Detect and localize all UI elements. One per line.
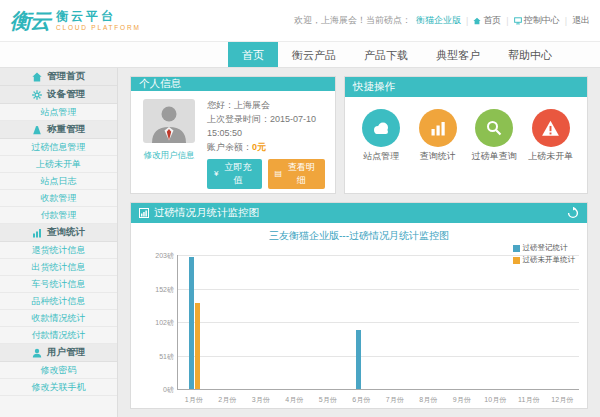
welcome-text: 欢迎，上海展会！当前磅点： xyxy=(294,14,411,27)
sidebar-item[interactable]: 品种统计信息 xyxy=(0,293,117,310)
app-window: 衡云 衡云平台 CLOUD PLATFORM 欢迎，上海展会！当前磅点： 衡猫企… xyxy=(0,0,600,417)
sidebar-section-label: 管理首页 xyxy=(47,70,85,83)
quick-action-circle xyxy=(475,109,513,147)
quick-action[interactable]: 站点管理 xyxy=(354,109,408,162)
chart-bar-group xyxy=(211,255,244,389)
sidebar-section-header[interactable]: 查询统计 xyxy=(0,224,117,242)
sidebar-item[interactable]: 车号统计信息 xyxy=(0,276,117,293)
nav-tab[interactable]: 首页 xyxy=(228,42,278,67)
main-content: 个人信息 修改用户信息 xyxy=(118,68,600,417)
chart-bar xyxy=(195,303,200,389)
quick-action-label: 过磅单查询 xyxy=(467,151,521,162)
sidebar: 管理首页设备管理站点管理称重管理过磅信息管理上磅未开单站点日志收款管理付款管理查… xyxy=(0,68,118,417)
chart-plot: 203磅152磅102磅51磅0磅 xyxy=(177,255,579,390)
quick-action[interactable]: 过磅单查询 xyxy=(467,109,521,162)
brand-name: 衡云平台 xyxy=(56,10,141,24)
home-icon xyxy=(473,17,481,25)
edit-user-link[interactable]: 修改用户信息 xyxy=(141,150,197,162)
last-login-time: 15:05:50 xyxy=(207,127,325,141)
home-link[interactable]: 首页 xyxy=(473,14,501,27)
x-tick-label: 10月份 xyxy=(479,395,513,405)
avatar-column: 修改用户信息 xyxy=(141,99,197,189)
y-tick-label: 152磅 xyxy=(136,285,174,295)
x-tick-label: 6月份 xyxy=(345,395,379,405)
profile-buttons: ¥立即充值 ▤查看明细 xyxy=(207,159,325,189)
nav-tab[interactable]: 典型客户 xyxy=(422,42,494,67)
recharge-button[interactable]: ¥立即充值 xyxy=(207,159,262,189)
quick-action-circle xyxy=(362,109,400,147)
chart-bar xyxy=(356,330,361,389)
sidebar-section-label: 设备管理 xyxy=(47,88,85,101)
view-detail-button[interactable]: ▤查看明细 xyxy=(268,159,325,189)
chart-panel-header: 过磅情况月统计监控图 xyxy=(131,203,587,223)
weight-icon xyxy=(32,125,42,135)
station-name-link[interactable]: 衡猫企业版 xyxy=(416,14,461,27)
chart-bar-group xyxy=(278,255,311,389)
sidebar-item[interactable]: 收款管理 xyxy=(0,190,117,207)
legend-entry: 过磅登记统计 xyxy=(513,243,576,253)
quick-action-label: 上磅未开单 xyxy=(524,151,578,162)
quick-action-circle xyxy=(419,109,457,147)
chart-bar-group xyxy=(379,255,412,389)
chart-bar-group xyxy=(512,255,545,389)
profile-panel-title: 个人信息 xyxy=(139,77,181,91)
sidebar-item[interactable]: 修改关联手机 xyxy=(0,379,117,396)
sidebar-item[interactable]: 站点管理 xyxy=(0,104,117,121)
last-login-text: 上次登录时间：2015-07-10 xyxy=(207,113,325,127)
nav-tab[interactable]: 产品下载 xyxy=(350,42,422,67)
logout-link[interactable]: 退出 xyxy=(572,14,590,27)
sidebar-item[interactable]: 退货统计信息 xyxy=(0,242,117,259)
greeting-text: 您好：上海展会 xyxy=(207,99,325,113)
chart-body: 三友衡猫企业版---过磅情况月统计监控图 过磅登记统计过磅未开单统计 203磅1… xyxy=(131,223,587,408)
yuan-icon: ¥ xyxy=(214,169,218,178)
sidebar-item[interactable]: 收款情况统计 xyxy=(0,310,117,327)
report-icon xyxy=(139,208,149,218)
sidebar-item[interactable]: 付款管理 xyxy=(0,207,117,224)
logo: 衡云 衡云平台 CLOUD PLATFORM xyxy=(10,7,141,35)
top-links: 欢迎，上海展会！当前磅点： 衡猫企业版 | 首页 | 控制中心 | 退出 xyxy=(294,14,590,27)
sidebar-section-header[interactable]: 称重管理 xyxy=(0,121,117,139)
profile-panel: 个人信息 修改用户信息 xyxy=(130,76,336,194)
x-tick-label: 5月份 xyxy=(311,395,345,405)
nav-tab[interactable]: 帮助中心 xyxy=(494,42,566,67)
chart-title: 三友衡猫企业版---过磅情况月统计监控图 xyxy=(131,223,587,243)
sidebar-item[interactable]: 付款情况统计 xyxy=(0,327,117,344)
x-tick-label: 11月份 xyxy=(512,395,546,405)
divider: | xyxy=(506,16,508,26)
top-header: 衡云 衡云平台 CLOUD PLATFORM 欢迎，上海展会！当前磅点： 衡猫企… xyxy=(0,0,600,42)
chart-bar-group xyxy=(345,255,378,389)
x-tick-label: 8月份 xyxy=(412,395,446,405)
legend-swatch xyxy=(513,257,520,264)
main-nav: 首页衡云产品产品下载典型客户帮助中心 xyxy=(0,42,600,68)
brand: 衡云平台 CLOUD PLATFORM xyxy=(56,10,141,31)
sidebar-section-header[interactable]: 管理首页 xyxy=(0,68,117,86)
sidebar-item[interactable]: 过磅信息管理 xyxy=(0,139,117,156)
quick-actions-body: 站点管理查询统计过磅单查询上磅未开单 xyxy=(345,97,587,193)
brand-subtitle: CLOUD PLATFORM xyxy=(56,24,141,31)
avatar xyxy=(143,99,195,143)
x-tick-label: 7月份 xyxy=(378,395,412,405)
profile-panel-header: 个人信息 xyxy=(131,77,335,91)
legend-swatch xyxy=(513,245,520,252)
quick-action[interactable]: 查询统计 xyxy=(411,109,465,162)
bar-chart-icon xyxy=(32,228,42,238)
sidebar-section-label: 称重管理 xyxy=(47,123,85,136)
sidebar-section-header[interactable]: 设备管理 xyxy=(0,86,117,104)
profile-info: 您好：上海展会 上次登录时间：2015-07-10 15:05:50 账户余额：… xyxy=(207,99,325,189)
quick-action-circle xyxy=(532,109,570,147)
divider: | xyxy=(466,16,468,26)
sidebar-item[interactable]: 出货统计信息 xyxy=(0,259,117,276)
chart-panel: 过磅情况月统计监控图 三友衡猫企业版---过磅情况月统计监控图 过磅登记统计过磅… xyxy=(130,202,588,409)
control-center-link[interactable]: 控制中心 xyxy=(514,14,560,27)
sidebar-item[interactable]: 上磅未开单 xyxy=(0,156,117,173)
nav-tab[interactable]: 衡云产品 xyxy=(278,42,350,67)
sidebar-section-header[interactable]: 用户管理 xyxy=(0,344,117,362)
sidebar-item[interactable]: 修改密码 xyxy=(0,362,117,379)
sidebar-item[interactable]: 站点日志 xyxy=(0,173,117,190)
refresh-icon[interactable] xyxy=(567,207,579,219)
user-icon xyxy=(32,348,42,358)
x-tick-label: 3月份 xyxy=(244,395,278,405)
quick-action[interactable]: 上磅未开单 xyxy=(524,109,578,162)
cloud-icon xyxy=(370,117,392,139)
top-panels-row: 个人信息 修改用户信息 xyxy=(130,76,588,194)
